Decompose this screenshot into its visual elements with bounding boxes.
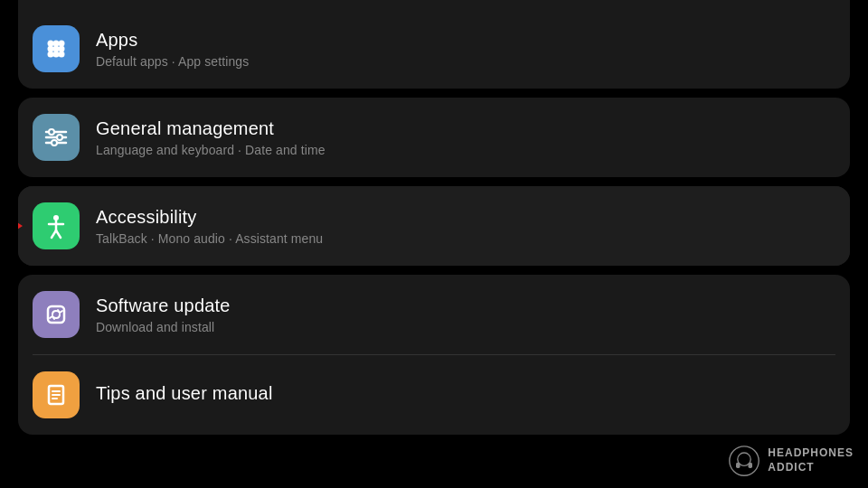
svg-point-4 [53,46,60,52]
svg-point-12 [49,129,54,135]
svg-rect-28 [736,463,741,468]
svg-rect-21 [48,306,64,323]
accessibility-subtitle: TalkBack · Mono audio · Assistant menu [96,231,835,246]
watermark-text: HEADPHONES ADDICT [768,446,854,474]
apps-group: Apps Default apps · App settings [18,0,850,89]
svg-marker-15 [18,201,23,251]
svg-point-13 [57,135,62,140]
svg-point-14 [52,140,57,145]
red-arrow-icon [18,201,23,251]
svg-line-20 [56,230,61,238]
svg-point-3 [48,46,54,52]
svg-line-19 [52,230,56,238]
svg-point-0 [48,41,54,47]
headphones-addict-icon [728,445,760,477]
settings-item-apps[interactable]: Apps Default apps · App settings [18,9,850,89]
settings-item-general-management[interactable]: General management Language and keyboard… [18,98,850,177]
svg-point-1 [53,41,60,47]
watermark: HEADPHONES ADDICT [728,445,854,477]
svg-rect-29 [749,463,753,468]
tips-title: Tips and user manual [96,383,835,404]
apps-title: Apps [96,30,835,51]
software-update-text: Software update Download and install [96,296,835,334]
apps-text: Apps Default apps · App settings [96,30,835,69]
accessibility-text: Accessibility TalkBack · Mono audio · As… [96,207,835,246]
svg-point-7 [53,52,60,58]
settings-item-accessibility[interactable]: Accessibility TalkBack · Mono audio · As… [18,186,850,266]
tips-icon [33,371,80,418]
svg-point-8 [59,52,65,58]
accessibility-group: Accessibility TalkBack · Mono audio · As… [18,186,850,266]
apps-subtitle: Default apps · App settings [96,54,835,69]
software-update-subtitle: Download and install [96,320,835,334]
software-update-title: Software update [96,296,835,316]
svg-point-26 [730,446,759,475]
red-arrow-container [18,201,23,251]
settings-list: Apps Default apps · App settings [0,0,868,488]
general-management-group: General management Language and keyboard… [18,98,850,177]
phone-screen: Apps Default apps · App settings [0,0,868,488]
settings-item-software-update[interactable]: Software update Download and install [18,275,850,354]
tips-text: Tips and user manual [96,383,835,408]
general-management-title: General management [96,118,835,139]
svg-point-5 [59,46,65,52]
accessibility-icon [33,202,80,249]
accessibility-title: Accessibility [96,207,835,228]
software-update-icon [33,291,80,338]
general-management-subtitle: Language and keyboard · Date and time [96,143,835,157]
apps-icon [33,25,80,72]
svg-point-2 [59,41,65,47]
general-management-text: General management Language and keyboard… [96,118,835,157]
settings-item-tips[interactable]: Tips and user manual [18,355,850,435]
svg-point-6 [48,52,54,58]
general-management-icon [33,114,80,161]
software-update-group: Software update Download and install [18,275,850,435]
